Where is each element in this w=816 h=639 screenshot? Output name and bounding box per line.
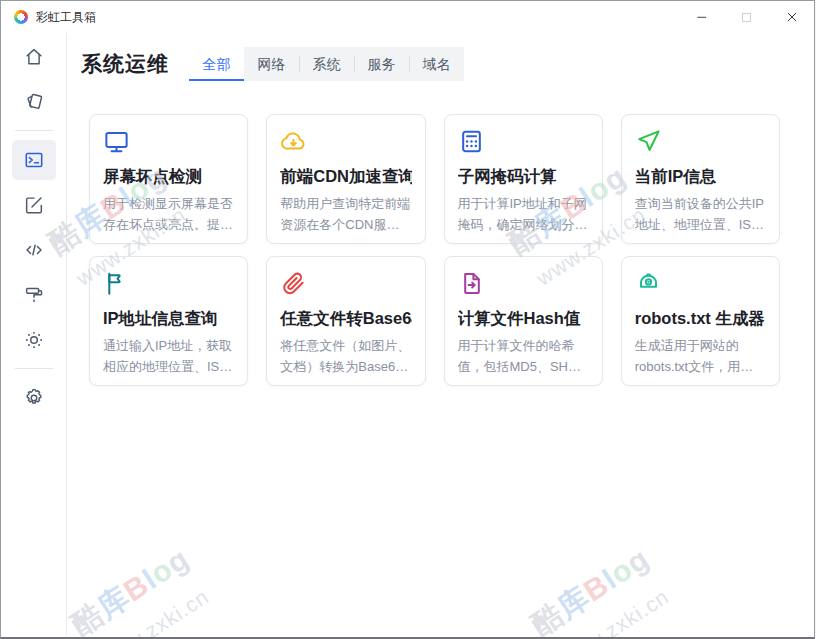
- tool-card-grid: 屏幕坏点检测用于检测显示屏幕是否存在坏点或亮点。提供多色图...前端CDN加速查…: [89, 114, 780, 386]
- page-header: 系统运维 全部网络系统服务域名: [81, 47, 814, 81]
- sidebar-divider: [15, 130, 53, 131]
- tab-service[interactable]: 服务: [354, 47, 409, 81]
- sidebar-item-edit[interactable]: [12, 185, 56, 225]
- edit-icon: [23, 194, 45, 216]
- settings-icon: [23, 387, 45, 409]
- page-title: 系统运维: [81, 47, 169, 81]
- tool-card-title: 计算文件Hash值: [458, 308, 589, 330]
- sidebar-item-brightness[interactable]: [12, 320, 56, 360]
- terminal-icon: [23, 149, 45, 171]
- paperclip-icon: [280, 270, 411, 298]
- tool-card-title: 前端CDN加速查询: [280, 166, 411, 188]
- tool-card-title: IP地址信息查询: [103, 308, 234, 330]
- tool-card[interactable]: 任意文件转Base64将任意文件（如图片、文档）转换为Base64编码的...: [266, 256, 425, 386]
- sidebar-item-collection[interactable]: [12, 82, 56, 122]
- tool-card[interactable]: 前端CDN加速查询帮助用户查询特定前端资源在各个CDN服务商的加速...: [266, 114, 425, 244]
- sidebar-item-code[interactable]: [12, 230, 56, 270]
- home-icon: [23, 46, 45, 68]
- brightness-icon: [23, 329, 45, 351]
- sidebar: [1, 33, 67, 635]
- app-window: 彩虹工具箱 系统运维 全部网络系统服务域名 屏幕坏点检测用于检测显示屏幕是否存在…: [0, 0, 815, 639]
- tool-card-title: robots.txt 生成器: [635, 308, 766, 330]
- maximize-button[interactable]: [724, 1, 769, 33]
- tool-card-title: 任意文件转Base64: [280, 308, 411, 330]
- maximize-icon: [740, 11, 753, 24]
- tool-card[interactable]: IP地址信息查询通过输入IP地址，获取相应的地理位置、ISP提供商、...: [89, 256, 248, 386]
- minimize-button[interactable]: [679, 1, 724, 33]
- sidebar-item-settings[interactable]: [12, 378, 56, 418]
- monitor-icon: [103, 128, 234, 156]
- collection-icon: [23, 91, 45, 113]
- tab-domain[interactable]: 域名: [409, 47, 464, 81]
- window-controls: [679, 1, 814, 33]
- tool-card-title: 子网掩码计算: [458, 166, 589, 188]
- tool-card-description: 查询当前设备的公共IP地址、地理位置、ISP信息...: [635, 193, 766, 235]
- tool-card-title: 屏幕坏点检测: [103, 166, 234, 188]
- sidebar-item-terminal[interactable]: [12, 140, 56, 180]
- category-tabs: 全部网络系统服务域名: [189, 47, 464, 81]
- code-icon: [23, 239, 45, 261]
- tool-card-title: 当前IP信息: [635, 166, 766, 188]
- close-icon: [785, 10, 799, 24]
- tool-card[interactable]: 当前IP信息查询当前设备的公共IP地址、地理位置、ISP信息...: [621, 114, 780, 244]
- tool-card[interactable]: 计算文件Hash值用于计算文件的哈希值，包括MD5、SHA-1等算法。...: [444, 256, 603, 386]
- tool-card[interactable]: 屏幕坏点检测用于检测显示屏幕是否存在坏点或亮点。提供多色图...: [89, 114, 248, 244]
- app-logo-icon: [14, 10, 28, 24]
- tool-card-description: 帮助用户查询特定前端资源在各个CDN服务商的加速...: [280, 193, 411, 235]
- sidebar-divider: [15, 368, 53, 369]
- titlebar: 彩虹工具箱: [1, 1, 814, 33]
- tab-all[interactable]: 全部: [189, 47, 244, 81]
- sidebar-item-home[interactable]: [12, 37, 56, 77]
- paint-roller-icon: [23, 284, 45, 306]
- tab-network[interactable]: 网络: [244, 47, 299, 81]
- tool-card-description: 将任意文件（如图片、文档）转换为Base64编码的...: [280, 335, 411, 377]
- calculator-icon: [458, 128, 589, 156]
- tab-system[interactable]: 系统: [299, 47, 354, 81]
- robot-icon: [635, 270, 766, 298]
- tool-card-description: 用于计算IP地址和子网掩码，确定网络划分和主机...: [458, 193, 589, 235]
- tool-card-description: 用于检测显示屏幕是否存在坏点或亮点。提供多色图...: [103, 193, 234, 235]
- tool-card-description: 生成适用于网站的robots.txt文件，用于指导...: [635, 335, 766, 377]
- main-content: 系统运维 全部网络系统服务域名 屏幕坏点检测用于检测显示屏幕是否存在坏点或亮点。…: [67, 33, 814, 635]
- flag-icon: [103, 270, 234, 298]
- window-title: 彩虹工具箱: [36, 9, 96, 26]
- tool-card[interactable]: 子网掩码计算用于计算IP地址和子网掩码，确定网络划分和主机...: [444, 114, 603, 244]
- tool-card-description: 通过输入IP地址，获取相应的地理位置、ISP提供商、...: [103, 335, 234, 377]
- cloud-download-icon: [280, 128, 411, 156]
- tool-card-description: 用于计算文件的哈希值，包括MD5、SHA-1等算法。...: [458, 335, 589, 377]
- close-button[interactable]: [769, 1, 814, 33]
- tool-card[interactable]: robots.txt 生成器生成适用于网站的robots.txt文件，用于指导.…: [621, 256, 780, 386]
- minimize-icon: [695, 10, 709, 24]
- sidebar-item-paint-roller[interactable]: [12, 275, 56, 315]
- file-export-icon: [458, 270, 589, 298]
- navigation-icon: [635, 128, 766, 156]
